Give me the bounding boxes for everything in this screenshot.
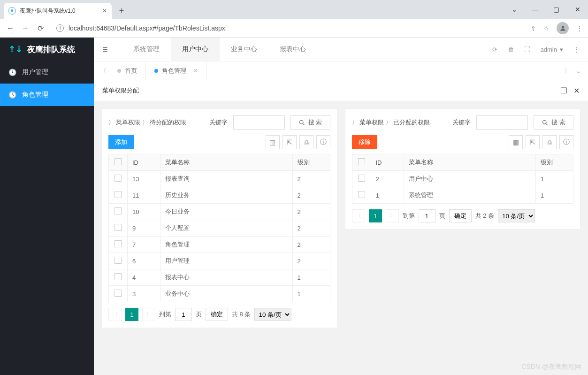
row-checkbox[interactable] xyxy=(358,191,365,198)
per-page-select[interactable]: 10 条/页 xyxy=(498,209,535,222)
print-icon[interactable]: ⎙ xyxy=(299,135,313,149)
row-checkbox[interactable] xyxy=(115,240,122,247)
share-icon[interactable]: ⇪ xyxy=(531,25,536,32)
goto-input[interactable] xyxy=(175,308,192,321)
tab-roles[interactable]: 角色管理 ✕ xyxy=(146,61,207,80)
maximize-button[interactable]: ▢ xyxy=(546,2,567,16)
menu-icon[interactable]: ⋮ xyxy=(576,25,582,32)
cell-name: 角色管理 xyxy=(160,237,293,253)
row-checkbox[interactable] xyxy=(115,207,122,214)
topnav-item[interactable]: 报表中心 xyxy=(268,38,317,61)
page-number[interactable]: 1 xyxy=(369,209,382,222)
row-checkbox[interactable] xyxy=(115,191,122,198)
cell-id: 13 xyxy=(128,171,160,187)
cell-name: 用户管理 xyxy=(160,253,293,269)
caret-down-icon[interactable]: ⌄ xyxy=(504,2,525,16)
close-page-icon[interactable]: ✕ xyxy=(573,86,580,95)
col-name: 菜单名称 xyxy=(160,154,293,171)
select-all-checkbox[interactable] xyxy=(358,158,365,165)
copy-icon[interactable]: ❐ xyxy=(560,86,567,95)
dot-icon xyxy=(154,69,158,73)
row-checkbox[interactable] xyxy=(358,175,365,182)
tab-title: 夜鹰排队叫号系统v1.0 xyxy=(20,7,99,15)
col-level: 级别 xyxy=(536,154,573,171)
user-dropdown[interactable]: admin ▾ xyxy=(541,46,563,53)
table-row: 11历史业务2 xyxy=(109,187,330,204)
browser-chrome: 夜鹰排队叫号系统v1.0 ✕ + ⌄ ― ▢ ✕ ← → ⟳ i localho… xyxy=(0,0,588,38)
collapse-sidebar-icon[interactable]: ☰ xyxy=(102,46,108,53)
prev-page-button[interactable]: 〈 xyxy=(108,308,122,321)
new-tab-button[interactable]: + xyxy=(115,4,129,18)
export-icon[interactable]: ⇱ xyxy=(283,135,297,149)
url-field[interactable]: i localhost:64683/Default.aspx#/page/TbR… xyxy=(51,21,525,35)
goto-confirm-button[interactable]: 确定 xyxy=(206,308,228,321)
tabs-dropdown-icon[interactable]: ⌄ xyxy=(573,67,584,75)
remove-button[interactable]: 移除 xyxy=(352,135,377,149)
cell-id: 7 xyxy=(128,237,160,253)
browser-tab[interactable]: 夜鹰排队叫号系统v1.0 ✕ xyxy=(4,3,112,19)
close-window-button[interactable]: ✕ xyxy=(567,2,588,16)
info-icon[interactable]: ⓘ xyxy=(316,135,330,149)
goto-input[interactable] xyxy=(419,209,435,222)
keyword-input[interactable] xyxy=(233,115,285,130)
cell-id: 2 xyxy=(371,171,404,187)
breadcrumb: 〉菜单权限 〉待分配的权限 xyxy=(108,118,186,127)
forward-button[interactable]: → xyxy=(21,24,30,32)
add-button[interactable]: 添加 xyxy=(108,135,134,149)
close-tab-icon[interactable]: ✕ xyxy=(193,67,198,74)
next-page-button[interactable]: 〉 xyxy=(142,308,155,321)
page-number[interactable]: 1 xyxy=(125,308,138,321)
sidebar-item[interactable]: 🕓用户管理 xyxy=(0,61,94,84)
dashboard-icon: 🕓 xyxy=(8,69,16,76)
row-checkbox[interactable] xyxy=(115,290,122,297)
select-all-checkbox[interactable] xyxy=(115,158,122,165)
row-checkbox[interactable] xyxy=(115,257,122,264)
fullscreen-icon[interactable]: ⛶ xyxy=(524,46,530,53)
print-icon[interactable]: ⎙ xyxy=(542,135,557,149)
back-button[interactable]: ← xyxy=(6,24,15,32)
trash-icon[interactable]: 🗑 xyxy=(508,46,514,53)
tab-home[interactable]: 首页 xyxy=(109,61,146,80)
tabs-scroll-left-icon[interactable]: 〈 xyxy=(98,67,109,75)
tabs-scroll-right-icon[interactable]: 〉 xyxy=(562,67,573,75)
pager-left: 〈 1 〉 到第 页 确定 共 8 条 10 条/页 xyxy=(108,308,330,321)
topnav-item[interactable]: 用户中心 xyxy=(171,38,220,61)
more-icon[interactable]: ⋮ xyxy=(573,46,580,53)
goto-confirm-button[interactable]: 确定 xyxy=(449,209,472,222)
row-checkbox[interactable] xyxy=(115,224,122,231)
bookmark-icon[interactable]: ☆ xyxy=(543,25,549,32)
cell-level: 2 xyxy=(292,171,330,187)
export-icon[interactable]: ⇱ xyxy=(526,135,540,149)
row-checkbox[interactable] xyxy=(115,175,122,182)
topnav-item[interactable]: 系统管理 xyxy=(122,38,171,61)
page-label: 页 xyxy=(439,212,445,220)
columns-icon[interactable]: ▥ xyxy=(509,135,523,149)
table-row: 9个人配置2 xyxy=(109,220,330,237)
assigned-table: ID 菜单名称 级别 2用户中心11系统管理1 xyxy=(352,154,574,204)
per-page-select[interactable]: 10 条/页 xyxy=(254,308,291,321)
search-icon xyxy=(542,119,549,126)
cell-name: 今日业务 xyxy=(160,204,293,220)
reload-button[interactable]: ⟳ xyxy=(36,24,45,33)
search-button[interactable]: 搜 索 xyxy=(534,115,573,130)
row-checkbox[interactable] xyxy=(115,273,122,280)
keyword-input[interactable] xyxy=(476,115,528,130)
content: 〉菜单权限 〉待分配的权限 关键字 搜 索 添加 ▥ ⇱ ⎙ xyxy=(94,101,588,375)
keyword-label: 关键字 xyxy=(452,118,471,127)
site-info-icon[interactable]: i xyxy=(56,24,64,32)
close-tab-icon[interactable]: ✕ xyxy=(102,8,107,14)
search-button[interactable]: 搜 索 xyxy=(290,115,330,130)
columns-icon[interactable]: ▥ xyxy=(266,135,280,149)
prev-page-button[interactable]: 〈 xyxy=(352,209,365,222)
info-icon[interactable]: ⓘ xyxy=(559,135,573,149)
brand: ⇡⇣ 夜鹰排队系统 xyxy=(0,38,94,61)
dashboard-icon: 🕓 xyxy=(8,91,16,99)
topnav-item[interactable]: 业务中心 xyxy=(220,38,268,61)
cell-level: 2 xyxy=(292,187,330,204)
refresh-icon[interactable]: ⟳ xyxy=(492,46,497,53)
profile-avatar[interactable] xyxy=(557,22,569,34)
sidebar-item[interactable]: 🕓角色管理 xyxy=(0,84,94,106)
next-page-button[interactable]: 〉 xyxy=(386,209,399,222)
minimize-button[interactable]: ― xyxy=(525,2,546,16)
table-row: 7角色管理2 xyxy=(109,237,330,253)
